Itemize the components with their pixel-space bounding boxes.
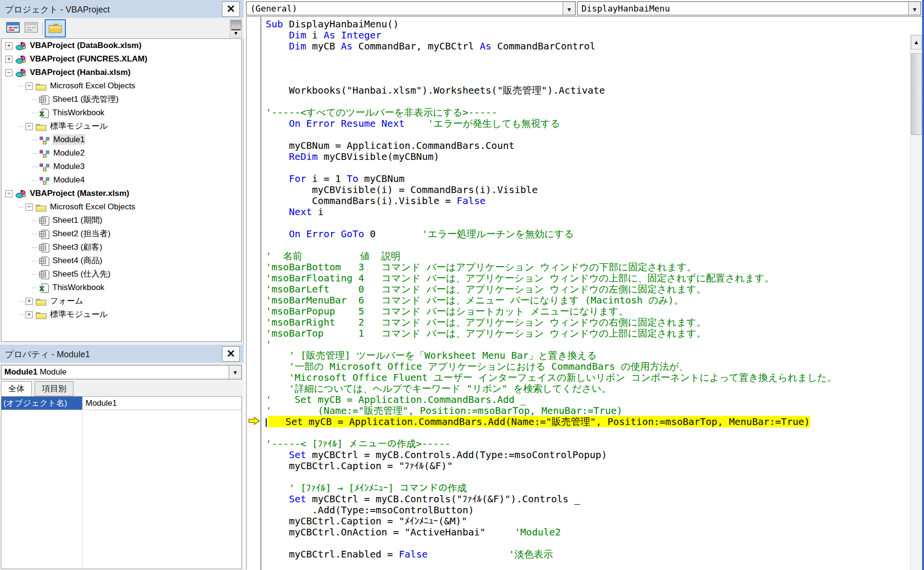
dropdown-arrow-button[interactable]: ▼ [908, 2, 921, 15]
expand-icon[interactable]: + [5, 56, 12, 63]
code-segment [266, 173, 289, 184]
code-segment [266, 361, 289, 372]
tree-connector [32, 153, 38, 154]
folder-icon [48, 23, 62, 34]
procedure-dropdown[interactable]: DisplayHanbaiMenu ▼ [577, 1, 921, 15]
toolbar-separator [42, 22, 43, 35]
tree-item-vbaproject-hanbai-xlsm-[interactable]: −VBAProject (Hanbai.xlsm) [1, 66, 241, 79]
code-keyword: On Error GoTo [289, 228, 364, 240]
properties-close-button[interactable]: ✕ [222, 346, 240, 362]
scroll-up-button[interactable]: ▲ [911, 35, 922, 49]
tree-item-label: VBAProject (DataBook.xlsm) [30, 41, 141, 50]
code-line [266, 472, 911, 483]
code-keyword: False [456, 195, 485, 206]
project-explorer-panel: プロジェクト - VBAProject ✕ [0, 0, 244, 570]
tree-connector [32, 288, 38, 288]
module-icon [39, 135, 50, 145]
expand-icon[interactable]: + [5, 42, 12, 49]
tree-item-microsoft-excel-objects[interactable]: −Microsoft Excel Objects [1, 200, 241, 214]
expand-icon[interactable]: + [25, 311, 33, 318]
view-code-button[interactable] [6, 21, 23, 36]
collapse-icon[interactable]: − [25, 123, 33, 130]
properties-object-type: Module [37, 367, 66, 376]
tree-item-thisworkbook[interactable]: ThisWorkbook [1, 281, 241, 294]
properties-object-dropdown[interactable]: Module1 Module ▼ [1, 365, 242, 379]
view-object-button[interactable] [24, 21, 41, 36]
tree-item-microsoft-excel-objects[interactable]: −Microsoft Excel Objects [1, 79, 241, 93]
tree-item-sheet2-[interactable]: Sheet2 (担当者) [1, 227, 241, 241]
property-name-cell[interactable]: (オブジェクト名) [1, 397, 82, 410]
project-tree[interactable]: +VBAProject (DataBook.xlsm)+VBAProject (… [1, 38, 242, 342]
tree-item-vbaproject-master-xlsm-[interactable]: −VBAProject (Master.xlsm) [1, 187, 241, 200]
project-explorer-close-button[interactable]: ✕ [222, 1, 240, 17]
tree-item-module2[interactable]: Module2 [1, 146, 241, 160]
code-segment: myCBNum = Application.CommandBars.Count [266, 140, 515, 151]
tree-item-module3[interactable]: Module3 [1, 160, 241, 173]
expand-icon[interactable]: + [25, 298, 33, 305]
project-icon [15, 41, 27, 51]
tree-item-label: VBAProject (FUNCRES.XLAM) [30, 54, 148, 63]
code-comment: 'msoBarFloating 4 コマンド バーは、アプリケーション ウィンド… [266, 272, 774, 284]
code-keyword: ReDim [289, 151, 318, 162]
code-line: Dim myCB As CommandBar, myCBCtrl As Comm… [266, 41, 911, 52]
tree-item-vbaproject-funcres-xlam-[interactable]: +VBAProject (FUNCRES.XLAM) [1, 52, 241, 66]
scroll-down-icon[interactable]: ▼ [231, 29, 241, 36]
property-value-cell[interactable]: Module1 [82, 397, 241, 410]
code-segment: myCBCtrl.OnAction = "ActiveHanbai" [266, 526, 515, 538]
code-line [266, 74, 911, 85]
tree-item-vbaproject-databook-xlsm-[interactable]: +VBAProject (DataBook.xlsm) [1, 39, 241, 52]
code-text[interactable]: Sub DisplayHanbaiMenu() Dim i As Integer… [266, 19, 911, 560]
property-row[interactable]: (オブジェクト名) Module1 [1, 397, 241, 410]
code-scrollbar[interactable]: ▲ [910, 34, 922, 570]
tree-item-label: ThisWorkbook [52, 108, 104, 117]
code-window[interactable]: Sub DisplayHanbaiMenu() Dim i As Integer… [246, 16, 924, 570]
toggle-folders-button[interactable] [45, 19, 66, 37]
margin-indicator-bar[interactable] [246, 17, 261, 570]
tree-item-sheet5-[interactable]: Sheet5 (仕入先) [1, 267, 241, 281]
dropdown-arrow-button[interactable]: ▼ [563, 2, 575, 15]
tree-connector [19, 126, 25, 127]
collapse-icon[interactable]: − [5, 69, 12, 76]
scrollbar-thumb[interactable] [231, 20, 241, 28]
sheet-icon [39, 243, 49, 253]
code-line: Set myCBCtrl = myCB.Controls.Add(Type:=m… [266, 449, 911, 461]
tree-item--[interactable]: −標準モジュール [1, 120, 241, 133]
code-line: ' [販売管理] ツールバーを「Worksheet Menu Bar」と置き換え… [266, 350, 911, 361]
collapse-icon[interactable]: − [25, 204, 33, 211]
code-segment: myCBCtrl.Caption = "ﾒｲﾝﾒﾆｭｰ(&M)" [266, 515, 467, 527]
scroll-up-icon: ▲ [913, 39, 919, 46]
code-line: Workbooks("Hanbai.xlsm").Worksheets("販売管… [266, 85, 911, 96]
collapse-icon[interactable]: − [25, 83, 33, 90]
code-segment [266, 40, 289, 52]
object-dropdown[interactable]: (General) ▼ [246, 1, 576, 15]
tree-item-sheet1-[interactable]: Sheet1 (販売管理) [1, 93, 241, 106]
tree-item-thisworkbook[interactable]: ThisWorkbook [1, 106, 241, 120]
collapse-icon[interactable]: − [5, 190, 12, 197]
tree-item--[interactable]: +標準モジュール [1, 308, 241, 321]
code-line: 'Microsoft Office Fluent ユーザー インターフェイスの新… [266, 372, 911, 383]
code-segment: Workbooks("Hanbai.xlsm").Worksheets("販売管… [266, 85, 605, 96]
tree-item-label: Sheet1 (販売管理) [52, 95, 119, 104]
code-segment: CommandBarControl [492, 40, 596, 52]
tree-item-label: ThisWorkbook [52, 283, 104, 292]
tab-categorized[interactable]: 項目別 [35, 381, 74, 396]
tree-item-sheet4-[interactable]: Sheet4 (商品) [1, 254, 241, 267]
code-line: ' [266, 339, 911, 350]
code-keyword: For [289, 173, 306, 184]
tree-connector [32, 140, 38, 140]
project-tree-scrollbar[interactable]: ▼ [230, 19, 242, 37]
tree-item-label: Sheet4 (商品) [52, 256, 102, 265]
code-line: For i = 1 To myCBNum [266, 173, 911, 184]
sheet-icon [39, 95, 49, 105]
tree-item-sheet1-[interactable]: Sheet1 (期間) [1, 214, 241, 227]
tree-item-module1[interactable]: Module1 [1, 133, 241, 146]
scrollbar-thumb[interactable] [911, 53, 922, 135]
dropdown-arrow-button[interactable]: ▼ [229, 365, 241, 379]
tab-alphabetic[interactable]: 全体 [1, 381, 32, 396]
folder-icon [36, 311, 47, 319]
tree-item--[interactable]: +フォーム [1, 294, 241, 308]
tree-item-sheet3-[interactable]: Sheet3 (顧客) [1, 241, 241, 254]
tree-item-label: Sheet3 (顧客) [52, 243, 102, 252]
tree-item-module4[interactable]: Module4 [1, 173, 241, 187]
code-segment [266, 493, 289, 505]
